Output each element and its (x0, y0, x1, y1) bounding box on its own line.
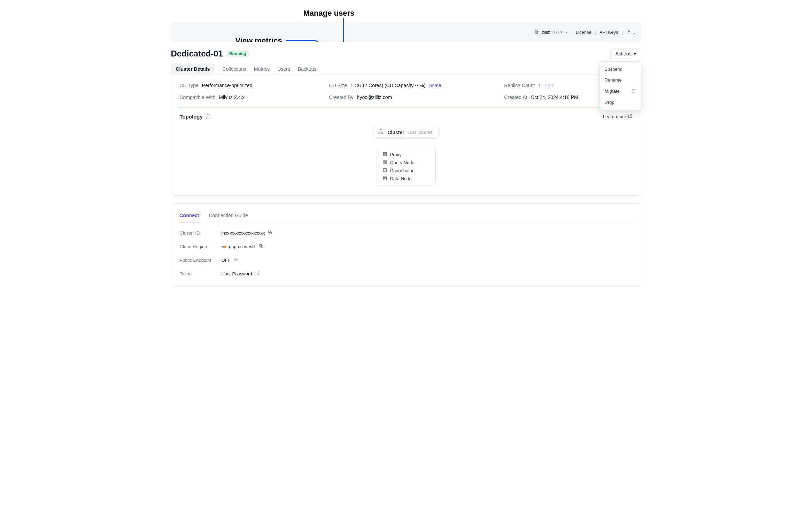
action-migrate[interactable]: Migrate (600, 85, 641, 97)
cloud-region-value: gcp-us-west1 (229, 244, 256, 249)
cluster-node-label: Cluster (387, 130, 404, 135)
tab-collections[interactable]: Collections (223, 63, 246, 75)
tab-metrics[interactable]: Metrics (254, 63, 270, 75)
org-picker[interactable]: zilliz BYOC ▾ (535, 30, 568, 35)
svg-point-2 (628, 30, 630, 31)
compatible-label: Compatible With (180, 94, 216, 100)
svg-rect-5 (383, 161, 387, 161)
chevron-down-icon: ▾ (634, 51, 636, 56)
separator: | (571, 30, 572, 35)
node-label: Coordinator (390, 168, 414, 173)
node-label: Proxy (390, 152, 402, 157)
external-link-icon (628, 114, 633, 120)
gear-icon[interactable] (233, 257, 238, 263)
cu-type-label: CU Type (180, 83, 199, 88)
proxy-icon (382, 152, 387, 158)
topology-title: Topology (180, 114, 203, 120)
divider (180, 107, 633, 107)
created-at-value: Oct 24, 2024 4:18 PM (531, 94, 578, 100)
node-proxy: Proxy (382, 152, 430, 158)
arrow-down-icon: ↓ (405, 140, 408, 146)
created-at-label: Created At (504, 94, 527, 100)
actions-button[interactable]: Actions ▾ (610, 48, 641, 59)
node-label: Data Node (390, 176, 412, 181)
svg-point-13 (224, 246, 226, 247)
connect-tabs: Connect Connection Guide (180, 209, 633, 222)
cluster-title: Dedicated-01 (171, 49, 223, 59)
separator: | (595, 30, 596, 35)
copy-icon[interactable] (268, 230, 272, 236)
tab-backups[interactable]: Backups (298, 63, 317, 75)
action-label: Drop (605, 100, 614, 105)
created-by-label: Created By (329, 94, 354, 100)
svg-rect-3 (383, 152, 386, 154)
svg-rect-6 (383, 163, 387, 163)
cluster-node-sub: 1CU (2Cores) (408, 130, 434, 135)
node-data: Data Node (382, 176, 430, 182)
actions-menu: Suspend Rename Migrate Drop (600, 61, 641, 110)
edit-replica-link[interactable]: Edit (544, 83, 553, 88)
svg-rect-0 (535, 30, 537, 34)
query-node-icon (382, 160, 387, 166)
action-label: Rename (605, 77, 622, 83)
topology-diagram: Cluster 1CU (2Cores) ↓ Proxy Query Node (180, 126, 633, 185)
cluster-id-value: inxx-xxxxxxxxxxxxxxx (222, 230, 265, 236)
info-icon[interactable]: i (206, 114, 210, 119)
data-node-icon (382, 176, 387, 182)
annotation-manage-users: Manage users (303, 9, 355, 18)
external-link-icon[interactable] (255, 271, 260, 277)
svg-point-8 (383, 176, 386, 178)
org-badge: BYOC (552, 30, 564, 34)
learn-more-label: Learn more (603, 114, 626, 119)
created-by-value: byoc@zilliz.com (357, 94, 392, 100)
svg-point-12 (222, 246, 224, 247)
api-keys-link[interactable]: API Keys (600, 30, 618, 35)
copy-icon[interactable] (259, 244, 264, 250)
user-menu[interactable]: ▾ (626, 29, 635, 36)
status-badge: Running (226, 50, 249, 57)
cu-type-value: Performance-optimized (202, 83, 253, 88)
cu-size-value: 1 CU (2 Cores) (CU Capacity -- %) (350, 83, 425, 88)
replica-count-value: 1 (538, 83, 541, 88)
node-label: Query Node (390, 160, 415, 165)
svg-rect-4 (383, 154, 386, 156)
cluster-details-card: CU Type Performance-optimized CU Size 1 … (171, 75, 641, 196)
action-rename[interactable]: Rename (600, 75, 641, 85)
external-link-icon (631, 88, 636, 94)
chevron-down-icon: ▾ (566, 30, 567, 34)
action-suspend[interactable]: Suspend (600, 64, 641, 75)
learn-more-link[interactable]: Learn more (603, 114, 632, 120)
tab-cluster-details[interactable]: Cluster Details (171, 63, 215, 75)
replica-count-label: Replica Count (504, 83, 535, 88)
cluster-id-label: Cluster ID (180, 230, 222, 236)
cloud-region-label: Cloud Region (180, 244, 222, 249)
separator: | (621, 30, 622, 35)
topology-nodes-box: Proxy Query Node Coordinator Data N (377, 148, 436, 185)
svg-rect-1 (538, 31, 539, 34)
cluster-icon (378, 129, 384, 136)
gcp-icon (222, 244, 226, 249)
action-label: Suspend (605, 67, 622, 72)
topology-cluster-node: Cluster 1CU (2Cores) (373, 126, 439, 139)
svg-point-16 (235, 259, 237, 260)
actions-button-label: Actions (616, 51, 632, 56)
license-link[interactable]: License (576, 30, 591, 35)
node-query: Query Node (382, 160, 430, 166)
token-value: User:Password (222, 271, 252, 276)
connect-card: Connect Connection Guide Cluster ID inxx… (171, 203, 641, 287)
scale-link[interactable]: Scale (429, 83, 441, 88)
tab-users[interactable]: Users (277, 63, 290, 75)
org-name: zilliz (542, 30, 550, 35)
cu-size-label: CU Size (329, 83, 347, 88)
chevron-down-icon: ▾ (633, 31, 635, 35)
tab-connect[interactable]: Connect (180, 209, 199, 222)
tab-connection-guide[interactable]: Connection Guide (209, 209, 248, 222)
cluster-tabs: Cluster Details Collections Metrics User… (171, 63, 641, 75)
action-label: Migrate (605, 89, 620, 94)
node-coordinator: Coordinator (382, 168, 430, 174)
public-endpoint-label: Public Endpoint (180, 258, 222, 263)
coordinator-icon (382, 168, 387, 174)
action-drop[interactable]: Drop (600, 97, 641, 108)
public-endpoint-value: OFF (222, 258, 231, 263)
compatible-value: Milvus 2.4.x (219, 94, 245, 100)
